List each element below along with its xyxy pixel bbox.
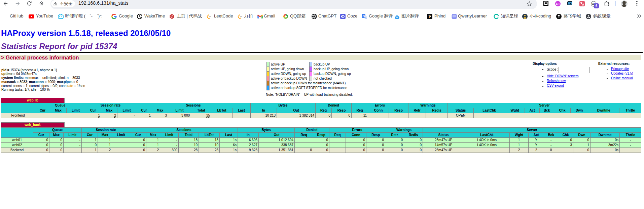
svg-text:LR: LR: [556, 2, 560, 5]
svg-text:P: P: [429, 14, 431, 19]
svg-text:G: G: [362, 14, 365, 18]
